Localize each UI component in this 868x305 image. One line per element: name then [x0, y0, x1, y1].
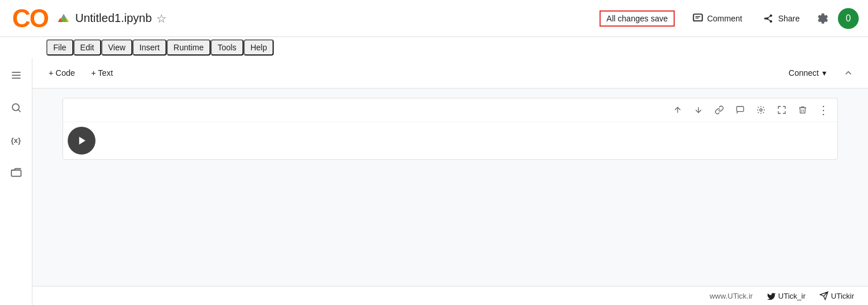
star-icon[interactable]: ☆	[156, 12, 167, 25]
svg-marker-19	[79, 137, 86, 144]
link-button[interactable]	[710, 101, 729, 119]
top-bar-right: All changes save Comment Share	[599, 8, 859, 29]
footer-website: www.UTick.ir	[709, 292, 753, 300]
telegram-icon	[819, 291, 829, 300]
fullscreen-icon	[777, 105, 786, 115]
save-status: All changes save	[599, 10, 675, 27]
svg-line-8	[767, 19, 771, 21]
notebook-area: + Code + Text Connect ▾	[32, 58, 868, 305]
cell-settings-button[interactable]	[752, 101, 770, 119]
menu-bar: File Edit View Insert Runtime Tools Help	[0, 37, 868, 58]
sidebar: {x}	[0, 58, 32, 305]
share-button[interactable]: Share	[755, 8, 808, 29]
co-logo-text: CO	[12, 6, 48, 31]
svg-rect-17	[737, 106, 744, 112]
footer: www.UTick.ir UTick_ir UTickir	[32, 286, 868, 305]
cell-comment-button[interactable]	[731, 101, 749, 119]
svg-point-14	[12, 104, 19, 111]
connect-chevron: ▾	[822, 68, 826, 78]
move-down-button[interactable]	[689, 101, 708, 119]
telegram-label: UTickir	[831, 292, 854, 300]
svg-line-15	[18, 110, 20, 112]
delete-button[interactable]	[793, 101, 812, 119]
connect-button[interactable]: Connect ▾	[779, 65, 836, 81]
more-options-button[interactable]: ⋮	[814, 101, 833, 119]
file-title: Untitled1.ipynb	[75, 12, 152, 25]
menu-file[interactable]: File	[46, 39, 73, 56]
cell-gear-icon	[756, 105, 766, 115]
cell-area: ⋮	[32, 89, 868, 286]
variables-icon-text: {x}	[11, 136, 21, 145]
footer-telegram: UTickir	[819, 291, 854, 300]
comment-cell-icon	[735, 105, 745, 115]
user-avatar[interactable]: 0	[838, 8, 859, 29]
trash-icon	[798, 105, 807, 115]
hamburger-icon	[10, 69, 22, 81]
svg-rect-16	[11, 170, 21, 177]
code-cell: ⋮	[62, 98, 838, 160]
share-icon	[763, 13, 775, 24]
top-bar: CO Untitled1.ipynb ☆ All changes save Co…	[0, 0, 868, 37]
twitter-icon	[767, 292, 776, 300]
comment-button[interactable]: Comment	[684, 8, 751, 29]
share-label: Share	[778, 14, 800, 23]
sidebar-menu-icon[interactable]	[6, 65, 27, 86]
add-text-button[interactable]: + Text	[84, 65, 120, 81]
fullscreen-button[interactable]	[773, 101, 791, 119]
folder-icon	[10, 167, 22, 178]
chevron-up-icon	[843, 68, 854, 78]
move-up-button[interactable]	[668, 101, 687, 119]
run-cell-button[interactable]	[68, 127, 95, 155]
menu-insert[interactable]: Insert	[133, 39, 167, 56]
connect-label: Connect	[789, 68, 819, 78]
menu-runtime[interactable]: Runtime	[167, 39, 211, 56]
play-icon	[76, 135, 87, 146]
footer-twitter: UTick_ir	[767, 292, 806, 300]
cell-body	[63, 122, 837, 159]
comment-icon	[692, 13, 704, 24]
gear-icon	[816, 12, 829, 25]
cell-toolbar: + Code + Text Connect ▾	[32, 58, 868, 89]
menu-edit[interactable]: Edit	[73, 39, 101, 56]
cell-actions: ⋮	[63, 98, 837, 122]
link-icon	[715, 105, 724, 115]
arrow-down-icon	[694, 105, 703, 115]
comment-label: Comment	[707, 14, 742, 23]
svg-point-9	[764, 17, 766, 19]
sidebar-files-icon[interactable]	[6, 162, 27, 183]
menu-tools[interactable]: Tools	[211, 39, 244, 56]
avatar-letter: 0	[846, 13, 851, 24]
collapse-button[interactable]	[838, 63, 859, 83]
search-icon	[10, 102, 22, 113]
sidebar-search-icon[interactable]	[6, 97, 27, 118]
cell-content[interactable]	[100, 129, 833, 152]
svg-point-18	[760, 109, 762, 111]
colab-logo: CO	[9, 0, 51, 39]
drive-icon	[56, 9, 72, 28]
settings-button[interactable]	[812, 8, 833, 29]
main-area: {x} + Code + Text Connect ▾	[0, 58, 868, 305]
add-code-button[interactable]: + Code	[42, 65, 82, 81]
svg-line-7	[767, 16, 771, 19]
menu-view[interactable]: View	[101, 39, 133, 56]
arrow-up-icon	[673, 105, 682, 115]
menu-help[interactable]: Help	[244, 39, 274, 56]
twitter-label: UTick_ir	[778, 292, 806, 300]
svg-rect-1	[693, 14, 702, 21]
sidebar-variables-icon[interactable]: {x}	[6, 130, 27, 150]
